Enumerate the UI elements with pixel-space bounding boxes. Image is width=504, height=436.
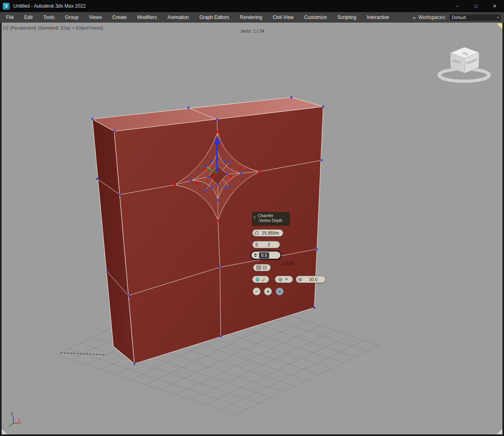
caddy-subtitle: -Vertex Depth xyxy=(258,218,288,223)
gizmo-y-label: Y xyxy=(200,165,203,169)
tension-cube-icon xyxy=(298,277,303,282)
chamfer-tension-field[interactable]: 30.0 xyxy=(296,276,326,283)
chamfer-tension-value: 30.0 xyxy=(304,277,323,282)
cube-icon xyxy=(278,277,283,282)
viewport-stats: Verts: 1 / 24 xyxy=(240,29,264,34)
chamfer-amount-value: 25.859m xyxy=(260,231,280,235)
close-button[interactable]: ✕ xyxy=(485,0,504,12)
caddy-ok-button[interactable]: ✓ xyxy=(253,287,261,296)
menu-item[interactable]: Scripting xyxy=(332,12,362,23)
menu-item[interactable]: Tools xyxy=(38,12,60,23)
caddy-apply-button[interactable]: ✚ xyxy=(264,287,272,296)
caddy-grip-icon[interactable]: ‖ xyxy=(254,216,255,220)
menu-bar: FileEditToolsGroupViewsCreateModifiersAn… xyxy=(0,12,504,23)
selection-count-label: 1 #13 xyxy=(282,261,293,266)
menubar-right: » Workspaces: Default ▼ xyxy=(413,14,504,21)
app-logo-icon[interactable]: 3 xyxy=(3,3,10,10)
viewport-label-part[interactable]: [+] xyxy=(3,25,8,30)
open-chamfer-toggle[interactable] xyxy=(252,276,269,283)
menu-item[interactable]: File xyxy=(1,12,19,23)
workspaces-label: Workspaces: xyxy=(418,15,446,20)
chamfer-amount-field[interactable]: 25.859m xyxy=(252,229,283,237)
caddy-tooltip: ‖ Chamfer -Vertex Depth xyxy=(252,212,290,225)
toolbar-overflow-icon[interactable]: » xyxy=(413,15,416,21)
chamfer-smoothing-field[interactable] xyxy=(253,264,271,271)
pencil-icon xyxy=(261,277,266,282)
menu-item[interactable]: Modifiers xyxy=(132,12,162,23)
chamfer-amount-icon xyxy=(254,231,259,235)
menu-item[interactable]: Group xyxy=(60,12,84,23)
caddy-title: Chamfer xyxy=(258,214,288,218)
menu-item[interactable]: Create xyxy=(107,12,132,23)
cylinder-icon xyxy=(255,277,260,282)
chamfer-segments-field[interactable]: 2 xyxy=(252,241,280,248)
viewport-label-part[interactable]: [Perspective] xyxy=(10,25,36,30)
app-window: 3 Untitled - Autodesk 3ds Max 2022 – □ ✕… xyxy=(0,0,504,436)
segments-icon xyxy=(254,242,259,247)
menu-item[interactable]: Edit xyxy=(19,12,38,23)
menu-item[interactable]: Animation xyxy=(162,12,194,23)
menu-item[interactable]: Civil View xyxy=(268,12,299,23)
gizmo-z-label: Z xyxy=(220,139,222,143)
tripod-z-label: z xyxy=(11,411,13,416)
menu-item[interactable]: Rendering xyxy=(234,12,267,23)
viewport-label: [+][Perspective][Standard][Clay + Edged … xyxy=(3,25,103,30)
minimize-button[interactable]: – xyxy=(448,0,467,12)
menu-items: FileEditToolsGroupViewsCreateModifiersAn… xyxy=(0,12,394,23)
menu-item[interactable]: Graph Editors xyxy=(194,12,234,23)
titlebar: 3 Untitled - Autodesk 3ds Max 2022 – □ ✕ xyxy=(0,0,504,12)
window-controls: – □ ✕ xyxy=(448,0,504,12)
workspace-dropdown[interactable]: Default ▼ xyxy=(449,14,502,21)
viewport-label-part[interactable]: [Standard] xyxy=(38,25,59,30)
maximize-button[interactable]: □ xyxy=(467,0,485,12)
spinner-arrows-icon[interactable] xyxy=(253,253,258,258)
chamfer-segments-value: 2 xyxy=(260,242,277,247)
chamfer-direction-toggle[interactable] xyxy=(275,276,293,283)
dropdown-arrow-icon: ▼ xyxy=(497,16,500,19)
viewport[interactable]: Z Y TOP FRONT LEFT z xyxy=(2,23,502,434)
chamfer-depth-value[interactable]: 0.5 xyxy=(259,252,269,258)
window-title: Untitled - Autodesk 3ds Max 2022 xyxy=(13,3,86,9)
menu-item[interactable]: Views xyxy=(84,12,107,23)
menu-item[interactable]: Interactive xyxy=(362,12,394,23)
caddy-cancel-button[interactable]: ✕ xyxy=(276,287,284,296)
grid-icon xyxy=(256,265,261,270)
chamfer-depth-field[interactable]: 0.5 xyxy=(251,251,281,260)
arrow-down-icon xyxy=(284,277,289,282)
scene-canvas[interactable]: Z Y TOP FRONT LEFT z xyxy=(2,23,502,434)
viewport-label-part[interactable]: [Clay + Edged Faces] xyxy=(61,25,103,30)
menu-item[interactable]: Customize xyxy=(299,12,333,23)
tripod-x-label: x xyxy=(18,418,20,422)
workspace-value: Default xyxy=(452,15,466,20)
square-icon xyxy=(262,265,267,270)
